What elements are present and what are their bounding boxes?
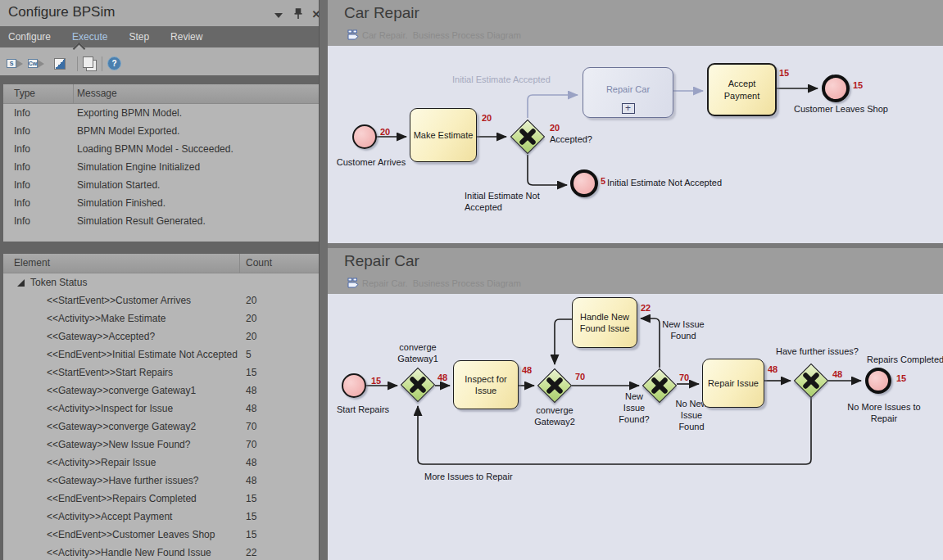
start-event-customer-arrives[interactable] — [352, 124, 377, 149]
token-count-badge: 48 — [768, 364, 778, 374]
token-row[interactable]: <<EndEvent>>Repairs Completed15 — [3, 490, 319, 508]
tab-configure[interactable]: Configure — [8, 31, 51, 43]
column-type[interactable]: Type — [14, 88, 35, 99]
column-message[interactable]: Message — [77, 88, 117, 99]
task-repair-issue[interactable]: Repair Issue — [702, 359, 764, 408]
token-count: 70 — [246, 439, 256, 450]
gateway-accepted[interactable] — [510, 120, 545, 154]
token-element: <<Activity>>Accept Payment — [47, 511, 172, 522]
bpsim-toolbar: S Cw ? — [0, 52, 319, 75]
copy-icon — [83, 56, 93, 68]
start-event-start-repairs[interactable] — [342, 373, 366, 398]
run-simulation-button[interactable]: S — [7, 57, 23, 70]
log-message: BPMN Model Exported. — [77, 125, 179, 137]
stop-simulation-button[interactable] — [54, 58, 66, 70]
log-row[interactable]: InfoSimulation Engine Initialized — [3, 158, 319, 176]
log-row[interactable]: InfoLoading BPMN Model - Succeeded. — [3, 140, 319, 158]
car-repair-subtitle: Car Repair. Business Process Diagram — [347, 29, 521, 40]
play-arrow-icon — [38, 60, 44, 68]
token-element: <<Activity>>Inspect for Issue — [47, 403, 173, 414]
tab-execute[interactable]: Execute — [72, 31, 107, 43]
column-element[interactable]: Element — [14, 257, 50, 269]
token-row[interactable]: <<Gateway>>Have further issues?48 — [3, 472, 319, 490]
gateway-converge-gateway2[interactable] — [537, 368, 572, 403]
token-row[interactable]: <<Activity>>Repair Issue48 — [3, 454, 319, 472]
token-count: 48 — [246, 403, 256, 414]
play-arrow-icon — [16, 60, 23, 68]
expanded-tree-icon[interactable] — [17, 279, 25, 287]
tab-step[interactable]: Step — [129, 31, 149, 43]
converge-gateway1-label: converge Gateway1 — [392, 342, 443, 365]
task-handle-new-found-issue[interactable]: Handle New Found Issue — [572, 297, 637, 348]
log-message: Exporting BPMN Model. — [77, 107, 182, 119]
end-event-customer-leaves-shop[interactable] — [822, 75, 850, 102]
subprocess-repair-car[interactable]: Repair Car — [583, 67, 673, 118]
token-row[interactable]: <<Activity>>Make Estimate20 — [3, 309, 319, 327]
token-row[interactable]: <<Activity>>Handle New Found Issue22 — [3, 544, 319, 560]
end-event-initial-estimate-not-accepted[interactable] — [570, 169, 598, 197]
tab-review[interactable]: Review — [170, 31, 202, 43]
log-row[interactable]: InfoSimulation Finished. — [3, 194, 319, 212]
customer-arrives-label: Customer Arrives — [330, 157, 412, 169]
token-group-label: Token Status — [30, 277, 87, 288]
token-row[interactable]: <<Gateway>>converge Gateway148 — [3, 382, 319, 400]
token-group-row[interactable]: Token Status — [3, 273, 319, 291]
token-row[interactable]: <<Activity>>Inspect for Issue48 — [3, 400, 319, 418]
converge-gateway2-label: converge Gateway2 — [529, 405, 580, 428]
task-make-estimate[interactable]: Make Estimate — [410, 108, 477, 162]
log-row[interactable]: InfoExporting BPMN Model. — [3, 104, 319, 122]
help-button[interactable]: ? — [107, 56, 121, 70]
gateway-converge-gateway1[interactable] — [401, 368, 435, 402]
repair-car-diagram[interactable]: Start Repairs 15 converge Gateway1 48 In… — [328, 294, 943, 560]
token-count-badge: 15 — [371, 376, 381, 386]
token-row[interactable]: <<Gateway>>Accepted?20 — [3, 327, 319, 345]
token-count-badge: 20 — [380, 127, 390, 137]
token-row[interactable]: <<StartEvent>>Customer Arrives20 — [3, 291, 319, 309]
gateway-have-further-issues[interactable] — [794, 364, 828, 398]
pin-icon[interactable] — [292, 7, 305, 20]
toolbar-separator — [77, 56, 78, 71]
token-count: 20 — [246, 331, 256, 342]
token-element: <<Gateway>>Have further issues? — [47, 475, 198, 486]
log-row[interactable]: InfoBPMN Model Exported. — [3, 122, 319, 140]
repair-car-subtitle: Repair Car. Business Process Diagram — [347, 278, 521, 288]
configure-bpsim-panel: Configure BPSim ✕ Configure Execute Step… — [0, 0, 319, 560]
end-event-repairs-completed[interactable] — [865, 368, 891, 394]
token-row[interactable]: <<EndEvent>>Initial Estimate Not Accepte… — [3, 345, 319, 364]
token-row[interactable]: <<Activity>>Accept Payment15 — [3, 508, 319, 526]
column-count[interactable]: Count — [246, 257, 272, 269]
copy-results-button[interactable] — [83, 56, 97, 70]
token-element: <<Activity>>Make Estimate — [47, 313, 165, 324]
token-count: 48 — [246, 475, 256, 486]
task-accept-payment[interactable]: Accept Payment — [707, 63, 777, 116]
token-count: 15 — [246, 511, 256, 522]
token-row[interactable]: <<StartEvent>>Start Repairs15 — [3, 364, 319, 382]
token-row[interactable]: <<Gateway>>converge Gateway270 — [3, 418, 319, 436]
token-element: <<Gateway>>converge Gateway2 — [47, 421, 196, 432]
task-inspect-for-issue[interactable]: Inspect for Issue — [453, 360, 519, 409]
token-element: <<StartEvent>>Customer Arrives — [47, 295, 191, 306]
subprocess-label: Repair Car — [583, 84, 673, 94]
log-type: Info — [14, 107, 30, 119]
subprocess-expand-icon[interactable] — [622, 103, 635, 114]
log-type: Info — [14, 161, 30, 173]
car-repair-header: Car Repair Car Repair. Business Process … — [328, 0, 943, 46]
token-count-badge: 5 — [601, 176, 605, 186]
token-count: 20 — [246, 313, 256, 324]
log-row[interactable]: InfoSimulation Started. — [3, 176, 319, 194]
token-row[interactable]: <<Gateway>>New Issue Found?70 — [3, 436, 319, 454]
log-row[interactable]: InfoSimulation Result Generated. — [3, 212, 319, 230]
new-issue-found-gateway-label: New Issue Found? — [614, 391, 654, 425]
car-repair-subtitle-text: Car Repair. Business Process Diagram — [362, 30, 521, 40]
run-cw-icon: Cw — [28, 59, 38, 68]
token-count-badge: 48 — [437, 373, 447, 382]
run-cw-simulation-button[interactable]: Cw — [28, 57, 44, 70]
car-repair-diagram[interactable]: Customer Arrives 20 Make Estimate 20 20 … — [328, 46, 943, 243]
token-element: <<EndEvent>>Customer Leaves Shop — [47, 529, 215, 540]
window-dropdown-icon[interactable] — [272, 7, 285, 20]
log-type: Info — [14, 215, 30, 227]
token-count: 15 — [246, 493, 256, 504]
run-s-icon: S — [7, 59, 16, 68]
token-row[interactable]: <<EndEvent>>Customer Leaves Shop15 — [3, 526, 319, 544]
token-count-badge: 15 — [779, 68, 789, 78]
